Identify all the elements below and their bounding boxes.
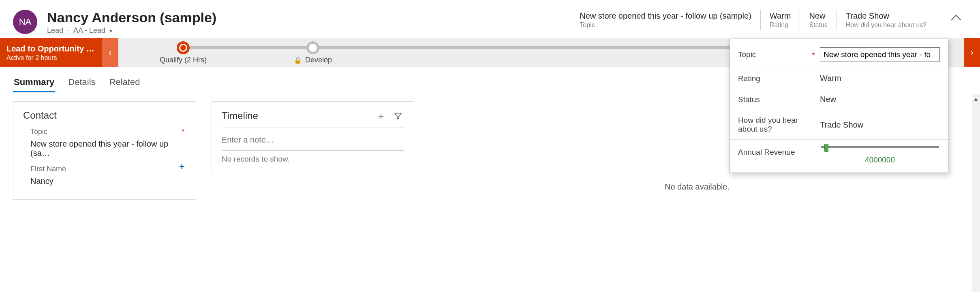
- header-field-value: New: [809, 11, 827, 21]
- timeline-note-input[interactable]: [222, 134, 404, 151]
- header-field-status[interactable]: New Status: [800, 10, 836, 30]
- record-title: Nancy Anderson (sample): [47, 10, 266, 26]
- scroll-up-icon[interactable]: ▲: [971, 94, 980, 104]
- flyout-value: Warm: [820, 74, 940, 83]
- flyout-label: Rating: [738, 74, 815, 83]
- flyout-label: Status: [738, 95, 815, 104]
- revenue-slider[interactable]: 4000000: [820, 145, 940, 164]
- plus-icon: ＋: [376, 109, 386, 122]
- field-label: First Name: [30, 165, 66, 173]
- header-field-topic[interactable]: New store opened this year - follow up (…: [580, 10, 760, 30]
- section-title: Timeline: [222, 110, 258, 121]
- bpf-prev-button[interactable]: ‹: [102, 38, 118, 67]
- field-value[interactable]: Nancy: [30, 173, 186, 191]
- required-indicator: *: [812, 51, 815, 60]
- field-value[interactable]: New store opened this year - follow up (…: [30, 136, 186, 163]
- header-field-rating[interactable]: Warm Rating: [760, 10, 800, 30]
- header-field-label: Status: [809, 21, 827, 29]
- recommended-indicator: +: [179, 165, 184, 173]
- tab-summary[interactable]: Summary: [13, 75, 55, 92]
- flyout-row-source[interactable]: How did you hear about us? Trade Show: [730, 110, 948, 140]
- flyout-label: Annual Revenue: [738, 145, 815, 157]
- timeline-empty-message: No records to show.: [222, 151, 404, 164]
- field-topic[interactable]: Topic* New store opened this year - foll…: [30, 128, 186, 163]
- timeline-section: Timeline ＋ No records to show.: [212, 101, 414, 172]
- entity-label: Lead: [47, 26, 63, 35]
- bpf-stage-qualify[interactable]: Qualify (2 Hrs): [160, 41, 207, 64]
- flyout-row-revenue[interactable]: Annual Revenue 4000000: [730, 140, 948, 170]
- flyout-row-topic: Topic*: [730, 42, 948, 68]
- flyout-topic-input[interactable]: [820, 47, 940, 62]
- flyout-row-status[interactable]: Status New: [730, 89, 948, 110]
- timeline-filter-button[interactable]: [392, 110, 404, 122]
- header-fields: New store opened this year - follow up (…: [580, 10, 935, 30]
- field-first-name[interactable]: First Name+ Nancy: [30, 165, 186, 191]
- header-field-value: Trade Show: [846, 11, 927, 21]
- flyout-label: Topic: [738, 50, 756, 59]
- header-field-value: New store opened this year - follow up (…: [580, 11, 751, 21]
- bpf-name: Lead to Opportunity Sale…: [6, 44, 96, 53]
- slider-value: 4000000: [820, 156, 940, 164]
- bpf-stage-label: 🔒Develop: [294, 56, 332, 64]
- lock-icon: 🔒: [294, 56, 302, 64]
- vertical-scrollbar[interactable]: ▲: [972, 94, 980, 207]
- flyout-value: New: [820, 95, 940, 104]
- slider-thumb[interactable]: [824, 144, 828, 152]
- header-field-label: Rating: [770, 21, 791, 29]
- bpf-next-button[interactable]: ›: [964, 38, 980, 67]
- bpf-stage-dot-active: [177, 41, 190, 54]
- avatar: NA: [13, 10, 37, 34]
- tab-related[interactable]: Related: [109, 75, 141, 92]
- section-title: Contact: [23, 110, 186, 121]
- flyout-value: Trade Show: [820, 120, 940, 130]
- title-block: Nancy Anderson (sample) Lead · AA - Lead…: [47, 10, 266, 35]
- chevron-up-icon: [951, 15, 961, 25]
- flyout-row-rating[interactable]: Rating Warm: [730, 68, 948, 89]
- bpf-title-block[interactable]: Lead to Opportunity Sale… Active for 2 h…: [0, 38, 102, 67]
- header-field-value: Warm: [770, 11, 791, 21]
- tab-details[interactable]: Details: [67, 75, 96, 92]
- slider-track[interactable]: [821, 147, 939, 148]
- bpf-duration: Active for 2 hours: [6, 54, 96, 62]
- record-subtitle[interactable]: Lead · AA - Lead ▾: [47, 26, 266, 35]
- flyout-label: How did you hear about us?: [738, 116, 815, 134]
- header-collapse-button[interactable]: [945, 10, 967, 30]
- contact-section: Contact Topic* New store opened this yea…: [13, 101, 196, 200]
- header-field-source[interactable]: Trade Show How did you hear about us?: [837, 10, 935, 30]
- chevron-down-icon[interactable]: ▾: [109, 28, 112, 34]
- form-selector-label: AA - Lead: [73, 26, 105, 35]
- header-flyout: Topic* Rating Warm Status New How did yo…: [730, 39, 948, 173]
- bpf-stage-dot: [306, 41, 319, 54]
- bpf-stage-label: Qualify (2 Hrs): [160, 56, 207, 64]
- bpf-stage-develop[interactable]: 🔒Develop: [294, 41, 332, 64]
- header-field-label: Topic: [580, 21, 751, 29]
- timeline-add-button[interactable]: ＋: [375, 110, 387, 122]
- filter-icon: [394, 111, 402, 120]
- field-label: Topic: [30, 128, 47, 136]
- header-field-label: How did you hear about us?: [846, 21, 927, 29]
- required-indicator: *: [182, 128, 184, 136]
- record-header: NA Nancy Anderson (sample) Lead · AA - L…: [0, 0, 980, 38]
